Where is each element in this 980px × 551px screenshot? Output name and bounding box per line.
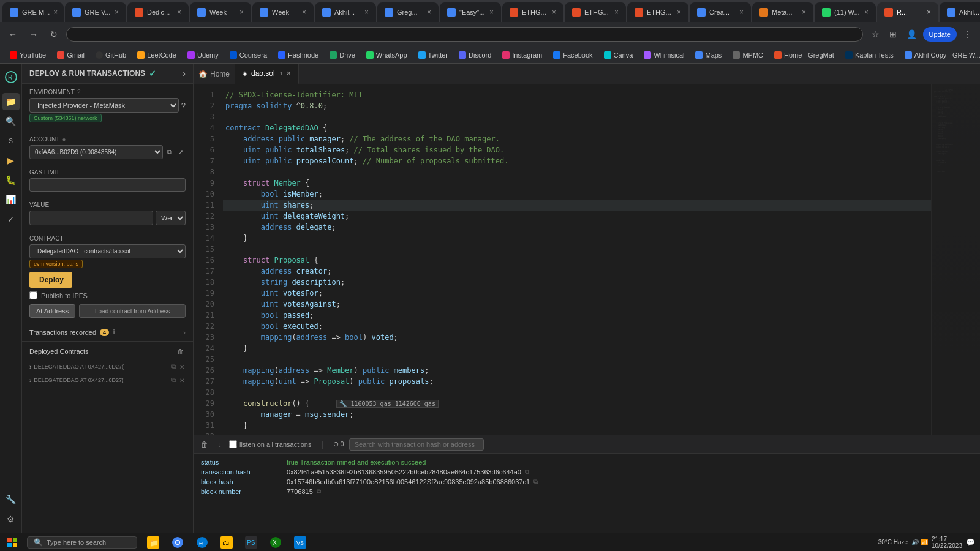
bookmark-drive[interactable]: Drive	[325, 50, 360, 60]
bookmark-akhil-gre[interactable]: Akhil Copy - GRE W...	[900, 50, 980, 60]
bookmark-gregmat[interactable]: Home - GregMat	[769, 50, 839, 60]
notification-icon[interactable]: 💬	[966, 538, 975, 547]
taskbar-search[interactable]: 🔍 Type here to search	[27, 536, 137, 549]
clear-console-button[interactable]: 🗑	[198, 439, 211, 450]
code-content[interactable]: // SPDX-License-Identifier: MIT pragma s…	[218, 84, 931, 435]
taskbar-chrome[interactable]	[167, 534, 189, 551]
taskbar-explorer[interactable]: 📁	[142, 534, 164, 551]
taskbar-terminal[interactable]: PS	[240, 534, 262, 551]
tab-close-9[interactable]: ×	[552, 8, 556, 17]
transactions-header[interactable]: Transactions recorded 4 ℹ ›	[29, 328, 186, 336]
tab-close-12[interactable]: ×	[739, 8, 744, 17]
search-icon[interactable]: 🔍	[2, 113, 20, 130]
bookmark-maps[interactable]: Maps	[690, 50, 726, 60]
back-button[interactable]: ←	[5, 27, 21, 42]
copy-account-button[interactable]: ⧉	[165, 147, 174, 157]
tab-close-10[interactable]: ×	[614, 8, 619, 17]
copy-block-number-button[interactable]: ⧉	[317, 488, 321, 495]
bookmark-facebook[interactable]: Facebook	[548, 50, 597, 60]
debugger-icon[interactable]: 🐛	[2, 171, 20, 189]
profile-icon[interactable]: 👤	[903, 27, 921, 42]
copy-block-hash-button[interactable]: ⧉	[533, 478, 538, 485]
bookmark-gmail[interactable]: Gmail	[52, 50, 89, 60]
tab-6[interactable]: Akhil... ×	[315, 2, 376, 22]
load-contract-button[interactable]: Load contract from Address	[79, 304, 186, 318]
plugin-manager-icon[interactable]: 🔧	[2, 491, 20, 508]
tab-15[interactable]: R... ×	[877, 2, 938, 22]
tab-close-7[interactable]: ×	[427, 8, 431, 17]
bookmark-whatsapp[interactable]: WhatsApp	[361, 50, 412, 60]
copy-deployed-1[interactable]: ⧉	[170, 362, 177, 371]
listen-checkbox[interactable]	[229, 440, 237, 448]
tab-close-15[interactable]: ×	[927, 8, 931, 17]
tab-close-3[interactable]: ×	[177, 8, 181, 17]
publish-ipfs-checkbox[interactable]	[29, 291, 37, 299]
dao-sol-tab[interactable]: ◈ dao.sol 1 ×	[235, 64, 299, 84]
bookmark-github[interactable]: GitHub	[91, 50, 131, 60]
remove-deployed-2[interactable]: ✕	[178, 376, 186, 384]
tab-10[interactable]: ETHG... ×	[565, 2, 626, 22]
at-address-button[interactable]: At Address	[29, 304, 75, 318]
extension-puzzle-icon[interactable]: ⊞	[886, 27, 900, 42]
tab-11[interactable]: ETHG... ×	[627, 2, 688, 22]
bookmark-leetcode[interactable]: LeetCode	[132, 50, 181, 60]
tab-14[interactable]: (11) W... ×	[815, 2, 876, 22]
taskbar-vscode[interactable]: VS	[289, 534, 311, 551]
tx-search-input[interactable]	[349, 438, 484, 451]
tab-2[interactable]: GRE V... ×	[65, 2, 126, 22]
contract-select[interactable]: DelegatedDAO - contracts/dao.sol	[29, 244, 186, 258]
copy-tx-hash-button[interactable]: ⧉	[525, 468, 529, 476]
clear-deployed-button[interactable]: 🗑	[175, 347, 186, 356]
bookmark-twitter[interactable]: Twitter	[413, 50, 453, 60]
bookmark-youtube[interactable]: YouTube	[5, 50, 51, 60]
gas-limit-input[interactable]: 3000000	[29, 178, 186, 192]
tab-16[interactable]: Akhil... ×	[940, 2, 980, 22]
tab-close-2[interactable]: ×	[115, 8, 119, 17]
testing-icon[interactable]: ✓	[2, 211, 20, 228]
taskbar-files[interactable]: 🗂	[216, 534, 238, 551]
tab-close-4[interactable]: ×	[239, 8, 244, 17]
dao-sol-close-icon[interactable]: ×	[287, 69, 291, 78]
tab-13[interactable]: Meta... ×	[752, 2, 813, 22]
copy-deployed-2[interactable]: ⧉	[170, 376, 177, 384]
bookmark-coursera[interactable]: Coursera	[225, 50, 272, 60]
tab-close-6[interactable]: ×	[364, 8, 369, 17]
bookmark-canva[interactable]: Canva	[599, 50, 638, 60]
value-unit-select[interactable]: Wei	[156, 211, 186, 225]
value-input[interactable]: 0	[29, 211, 153, 225]
tab-8[interactable]: "Easy"... ×	[440, 2, 501, 22]
bookmark-whimsical[interactable]: Whimsical	[639, 50, 689, 60]
update-button[interactable]: Update	[923, 27, 957, 42]
tab-4[interactable]: Week ×	[190, 2, 251, 22]
bookmark-hashnode[interactable]: Hashnode	[273, 50, 323, 60]
tab-12[interactable]: Crea... ×	[690, 2, 751, 22]
deployed-expand-icon-2[interactable]: ›	[29, 377, 31, 384]
tab-5[interactable]: Week ×	[252, 2, 314, 22]
tab-close-14[interactable]: ×	[864, 8, 869, 17]
tab-1[interactable]: GRE M... ×	[2, 2, 64, 22]
bookmark-star-icon[interactable]: ☆	[868, 27, 883, 42]
environment-info-icon[interactable]: ?	[77, 89, 81, 96]
file-explorer-icon[interactable]: 📁	[2, 93, 20, 110]
file-explorer-tab[interactable]: 🏠 Home	[194, 64, 235, 84]
environment-help-button[interactable]: ?	[181, 101, 186, 110]
account-select[interactable]: 0xfAA6...B02D9 (0.00843584)	[29, 145, 163, 159]
tab-close-11[interactable]: ×	[677, 8, 681, 17]
tab-close-13[interactable]: ×	[802, 8, 806, 17]
solidity-compiler-icon[interactable]: S	[2, 132, 20, 149]
more-options-icon[interactable]: ⋮	[959, 27, 975, 42]
deploy-button[interactable]: Deploy	[29, 272, 72, 288]
analysis-icon[interactable]: 📊	[2, 191, 20, 208]
forward-button[interactable]: →	[26, 27, 42, 42]
reload-button[interactable]: ↻	[47, 27, 61, 42]
settings-icon[interactable]: ⚙	[2, 511, 20, 528]
taskbar-edge[interactable]: e	[191, 534, 213, 551]
remove-deployed-1[interactable]: ✕	[178, 362, 186, 371]
start-button[interactable]	[0, 533, 24, 552]
transactions-info-icon[interactable]: ℹ	[113, 328, 115, 336]
tab-7[interactable]: Greg... ×	[377, 2, 439, 22]
account-info-icon[interactable]: ●	[62, 136, 66, 143]
bookmark-udemy[interactable]: Udemy	[183, 50, 224, 60]
transactions-expand-icon[interactable]: ›	[183, 329, 186, 336]
tab-close-1[interactable]: ×	[53, 8, 58, 17]
